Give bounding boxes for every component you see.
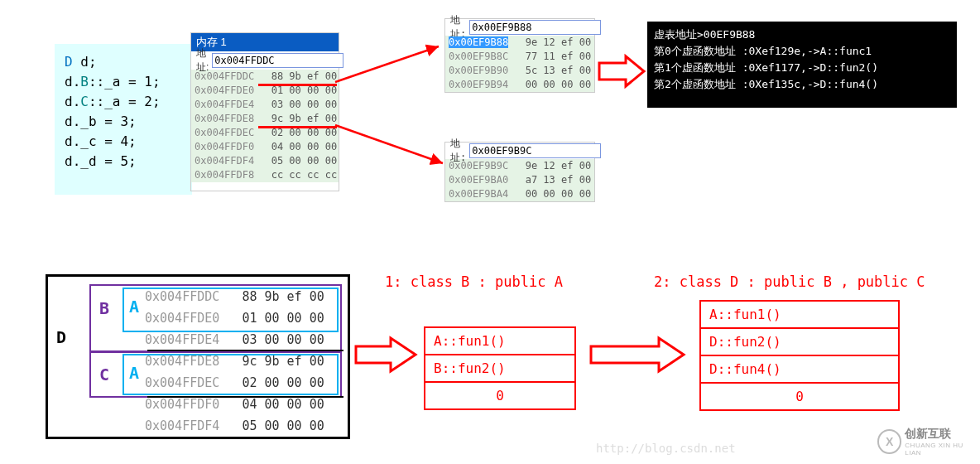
layout-rows: 0x004FFDDC 88 9b ef 000x004FFDE0 01 00 0… <box>145 286 324 437</box>
code-line: d.C::_a = 2; <box>65 92 182 112</box>
class-label-d: D <box>56 327 66 347</box>
address-row: 地址: <box>445 143 594 159</box>
class-label-a: A <box>129 297 139 317</box>
console-output: 虚表地址>00EF9B88 第0个虚函数地址 :0Xef129e,->A::fu… <box>647 22 957 108</box>
watermark-url: http://blog.csdn.net <box>596 442 736 455</box>
address-input[interactable] <box>469 143 601 158</box>
code-line: d._b = 3; <box>65 112 182 132</box>
brand-name: 创新互联 <box>905 427 980 442</box>
vtable-cell: A::fun1() <box>425 328 574 354</box>
vtable-cell: A::fun1() <box>701 302 898 327</box>
console-line: 虚表地址>00EF9B88 <box>654 27 950 43</box>
vtable-title-2: 2: class D : public B , public C <box>654 273 925 290</box>
address-row: 地址: <box>445 19 594 36</box>
class-label-b: B <box>99 298 109 318</box>
big-arrow-icon <box>354 336 419 374</box>
vtable-cell: D::fun2() <box>701 327 898 355</box>
console-line: 第2个虚函数地址 :0Xef135c,->D::fun4() <box>654 76 950 93</box>
separator-line <box>147 396 343 398</box>
vtable-box-1: A::fun1() B::fun2() 0 <box>424 326 576 410</box>
watermark-logo: X 创新互联 CHUANG XIN HU LIAN <box>877 427 980 457</box>
vtable-box-2: A::fun1() D::fun2() D::fun4() 0 <box>699 300 900 411</box>
code-line: d._c = 4; <box>65 132 182 152</box>
vtable-cell: 0 <box>701 382 898 409</box>
big-arrow-icon <box>598 55 647 88</box>
memory-panel-2: 地址: 0x00EF9B88 9e 12 ef 000x00EF9B8C 77 … <box>444 18 595 93</box>
memory-body: 0x00EF9B88 9e 12 ef 000x00EF9B8C 77 11 e… <box>445 36 594 92</box>
big-arrow-icon <box>589 336 687 374</box>
vtable-title-1: 1: class B : public A <box>385 273 563 290</box>
memory-panel-1: 内存 1 地址: 0x004FFDDC 88 9b ef 000x004FFDE… <box>190 32 339 191</box>
red-underline <box>258 126 337 128</box>
class-label-c: C <box>99 365 109 384</box>
console-line: 第1个虚函数地址 :0Xef1177,->D::fun2() <box>654 60 950 76</box>
vtable-cell: 0 <box>425 381 574 408</box>
console-line: 第0个虚函数地址 :0Xef129e,->A::func1 <box>654 43 950 60</box>
class-label-a: A <box>129 363 139 383</box>
svg-line-1 <box>335 125 443 163</box>
brand-sub: CHUANG XIN HU LIAN <box>905 442 980 457</box>
memory-body: 0x00EF9B9C 9e 12 ef 000x00EF9BA0 a7 13 e… <box>445 159 594 201</box>
memory-panel-3: 地址: 0x00EF9B9C 9e 12 ef 000x00EF9BA0 a7 … <box>444 142 595 202</box>
code-line: d.B::_a = 1; <box>65 72 182 92</box>
code-panel: D d; d.B::_a = 1; d.C::_a = 2; d._b = 3;… <box>55 44 192 195</box>
separator-line <box>147 350 343 351</box>
code-line: D d; <box>65 52 182 72</box>
address-row: 地址: <box>191 51 339 70</box>
code-line: d._d = 5; <box>65 152 182 172</box>
logo-icon: X <box>877 429 901 454</box>
vtable-cell: B::fun2() <box>425 354 574 381</box>
svg-line-0 <box>335 46 439 82</box>
address-input[interactable] <box>212 53 343 68</box>
vtable-cell: D::fun4() <box>701 355 898 382</box>
memory-panel-title: 内存 1 <box>191 33 339 51</box>
red-underline <box>258 84 337 86</box>
arrow-line <box>335 43 447 130</box>
address-input[interactable] <box>469 20 601 35</box>
